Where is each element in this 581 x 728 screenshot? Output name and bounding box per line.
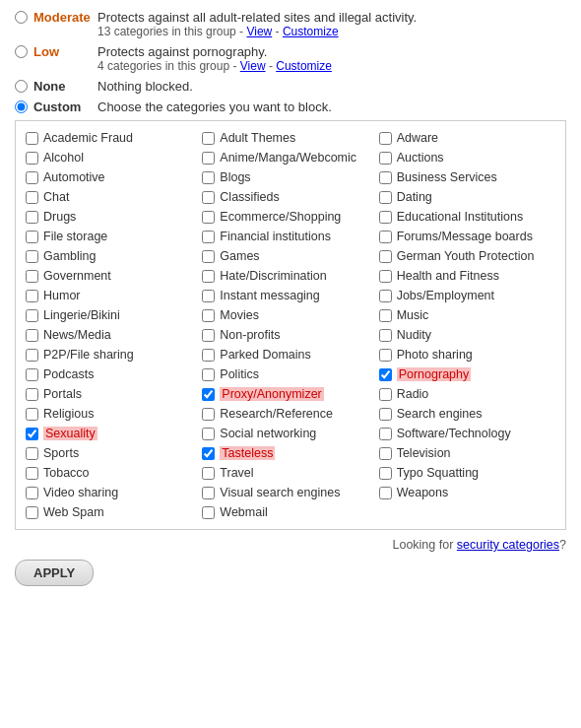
category-label: Travel xyxy=(220,466,253,480)
checkbox-webmail[interactable] xyxy=(202,506,215,519)
checkbox-tasteless[interactable] xyxy=(202,447,215,460)
security-categories-link[interactable]: security categories xyxy=(457,538,559,552)
checkbox-typo-squatting[interactable] xyxy=(379,467,392,480)
checkbox-automotive[interactable] xyxy=(26,171,38,184)
checkbox-podcasts[interactable] xyxy=(26,368,38,381)
checkbox-proxy-anonymizer[interactable] xyxy=(202,388,215,401)
checkbox-instant-messaging[interactable] xyxy=(202,290,215,302)
checkbox-radio[interactable] xyxy=(379,388,392,401)
checkbox-sports[interactable] xyxy=(26,447,38,460)
checkbox-research-reference[interactable] xyxy=(202,408,215,421)
radio-option-low: LowProtects against pornography.4 catego… xyxy=(15,44,566,73)
checkbox-lingerie-bikini[interactable] xyxy=(26,309,38,322)
category-label: Social networking xyxy=(220,427,316,440)
checkbox-news-media[interactable] xyxy=(26,329,38,342)
checkbox-classifieds[interactable] xyxy=(202,191,215,204)
category-label: Sexuality xyxy=(43,427,97,440)
checkbox-auctions[interactable] xyxy=(379,152,392,165)
moderate-customize-link[interactable]: Customize xyxy=(283,25,339,38)
radio-option-moderate: ModerateProtects against all adult-relat… xyxy=(15,10,566,38)
category-label: Tobacco xyxy=(43,466,90,480)
category-label: Non-profits xyxy=(220,328,280,342)
category-label: Politics xyxy=(220,367,259,381)
checkbox-academic-fraud[interactable] xyxy=(26,132,38,145)
category-item: Search engines xyxy=(379,405,555,423)
checkbox-humor[interactable] xyxy=(26,290,38,302)
checkbox-alcohol[interactable] xyxy=(26,152,38,165)
category-label: News/Media xyxy=(43,328,111,342)
category-label: Instant messaging xyxy=(220,289,319,302)
checkbox-tobacco[interactable] xyxy=(26,467,38,480)
category-label: Webmail xyxy=(220,505,267,519)
radio-custom[interactable] xyxy=(15,100,28,113)
category-label: Alcohol xyxy=(43,151,84,165)
checkbox-social-networking[interactable] xyxy=(202,428,215,440)
checkbox-p2p-file-sharing[interactable] xyxy=(26,349,38,362)
checkbox-adware[interactable] xyxy=(379,132,392,145)
checkbox-business-services[interactable] xyxy=(379,171,392,184)
checkbox-financial-institutions[interactable] xyxy=(202,231,215,243)
checkbox-health-and-fitness[interactable] xyxy=(379,270,392,283)
category-label: Ecommerce/Shopping xyxy=(220,210,341,224)
category-item: Adware xyxy=(379,129,555,147)
checkbox-pornography[interactable] xyxy=(379,368,392,381)
checkbox-adult-themes[interactable] xyxy=(202,132,215,145)
checkbox-blogs[interactable] xyxy=(202,171,215,184)
category-item: Automotive xyxy=(26,168,202,186)
checkbox-photo-sharing[interactable] xyxy=(379,349,392,362)
category-item: Photo sharing xyxy=(379,346,555,364)
checkbox-movies[interactable] xyxy=(202,309,215,322)
checkbox-sexuality[interactable] xyxy=(26,428,38,440)
category-item: Research/Reference xyxy=(202,405,378,423)
moderate-view-link[interactable]: View xyxy=(246,25,272,38)
checkbox-nudity[interactable] xyxy=(379,329,392,342)
checkbox-visual-search-engines[interactable] xyxy=(202,487,215,499)
category-item: Movies xyxy=(202,306,378,324)
checkbox-search-engines[interactable] xyxy=(379,408,392,421)
checkbox-music[interactable] xyxy=(379,309,392,322)
checkbox-travel[interactable] xyxy=(202,467,215,480)
category-item: Tasteless xyxy=(202,444,378,462)
checkbox-forums-message-boards[interactable] xyxy=(379,231,392,243)
apply-button[interactable]: APPLY xyxy=(15,560,94,586)
category-item: Forums/Message boards xyxy=(379,228,555,245)
category-label: Hate/Discrimination xyxy=(220,269,326,283)
low-view-link[interactable]: View xyxy=(240,59,266,73)
category-item: Auctions xyxy=(379,149,555,166)
checkbox-chat[interactable] xyxy=(26,191,38,204)
checkbox-anime-manga-webcomic[interactable] xyxy=(202,152,215,165)
category-label: Anime/Manga/Webcomic xyxy=(220,151,356,165)
checkbox-educational-institutions[interactable] xyxy=(379,211,392,224)
checkbox-german-youth-protection[interactable] xyxy=(379,250,392,263)
category-item: Religious xyxy=(26,405,202,423)
checkbox-religious[interactable] xyxy=(26,408,38,421)
checkbox-web-spam[interactable] xyxy=(26,506,38,519)
checkbox-government[interactable] xyxy=(26,270,38,283)
low-customize-link[interactable]: Customize xyxy=(276,59,332,73)
checkbox-television[interactable] xyxy=(379,447,392,460)
checkbox-games[interactable] xyxy=(202,250,215,263)
category-item: Business Services xyxy=(379,168,555,186)
checkbox-software-technology[interactable] xyxy=(379,428,392,440)
label-low: Low xyxy=(33,44,97,59)
radio-moderate[interactable] xyxy=(15,11,28,24)
checkbox-video-sharing[interactable] xyxy=(26,487,38,499)
checkbox-hate-discrimination[interactable] xyxy=(202,270,215,283)
radio-low[interactable] xyxy=(15,45,28,58)
category-item: Weapons xyxy=(379,484,555,501)
category-item: Sports xyxy=(26,444,202,462)
checkbox-dating[interactable] xyxy=(379,191,392,204)
checkbox-drugs[interactable] xyxy=(26,211,38,224)
checkbox-ecommerce-shopping[interactable] xyxy=(202,211,215,224)
radio-none[interactable] xyxy=(15,80,28,93)
checkbox-file-storage[interactable] xyxy=(26,231,38,243)
checkbox-portals[interactable] xyxy=(26,388,38,401)
category-item: Anime/Manga/Webcomic xyxy=(202,149,378,166)
checkbox-politics[interactable] xyxy=(202,368,215,381)
checkbox-gambling[interactable] xyxy=(26,250,38,263)
checkbox-jobs-employment[interactable] xyxy=(379,290,392,302)
checkbox-parked-domains[interactable] xyxy=(202,349,215,362)
checkbox-non-profits[interactable] xyxy=(202,329,215,342)
desc-moderate: Protects against all adult-related sites… xyxy=(97,10,417,38)
checkbox-weapons[interactable] xyxy=(379,487,392,499)
